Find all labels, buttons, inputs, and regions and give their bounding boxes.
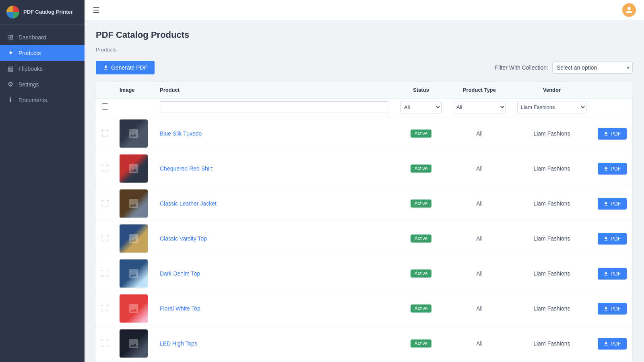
col-header-image: Image — [114, 82, 154, 98]
download-icon — [603, 306, 609, 311]
row-check-cell — [96, 221, 114, 256]
row-pdf-button[interactable]: PDF — [598, 233, 627, 245]
table-row: Chequered Red Shirt Active All Liam Fash… — [96, 151, 632, 186]
filter-group: Filter With Collection: Select an option — [495, 62, 633, 74]
app-name: PDF Catalog Printer — [23, 9, 73, 16]
table-row: Dark Denim Top Active All Liam Fashions … — [96, 256, 632, 291]
row-action-cell: PDF — [592, 116, 632, 151]
row-type-cell: All — [447, 221, 512, 256]
product-thumbnail — [120, 224, 148, 253]
row-checkbox-6[interactable] — [102, 340, 108, 346]
page-title: PDF Catalog Products — [96, 30, 633, 40]
row-vendor-cell: Liam Fashions — [512, 186, 592, 221]
filter-vendor-cell: Liam Fashions — [512, 98, 592, 116]
row-pdf-button[interactable]: PDF — [598, 128, 627, 140]
products-table-container: Image Product Status Product Type Vendor — [96, 82, 633, 362]
product-thumbnail — [120, 189, 148, 218]
collection-filter-wrapper: Select an option — [552, 62, 633, 74]
row-product-name: LED High Tops — [154, 326, 395, 361]
product-thumbnail — [120, 329, 148, 358]
row-checkbox-3[interactable] — [102, 235, 108, 241]
col-header-vendor: Vendor — [512, 82, 592, 98]
settings-icon: ⚙ — [6, 80, 14, 88]
table-row: Classic Leather Jacket Active All Liam F… — [96, 186, 632, 221]
documents-icon: ℹ — [6, 96, 14, 104]
row-action-cell: PDF — [592, 221, 632, 256]
row-type-cell: All — [447, 151, 512, 186]
toolbar: Generate PDF Filter With Collection: Sel… — [96, 61, 633, 74]
sidebar-item-products[interactable]: ✦ Products — [0, 45, 85, 61]
row-image-cell — [114, 151, 154, 186]
status-badge: Active — [411, 200, 432, 208]
product-thumbnail — [120, 154, 148, 183]
row-action-cell: PDF — [592, 256, 632, 291]
col-header-type: Product Type — [447, 82, 512, 98]
row-check-cell — [96, 291, 114, 326]
row-check-cell — [96, 186, 114, 221]
vendor-filter-select[interactable]: Liam Fashions — [517, 101, 586, 113]
sidebar-item-label: Dashboard — [19, 34, 46, 41]
row-checkbox-0[interactable] — [102, 130, 108, 136]
products-table: Image Product Status Product Type Vendor — [96, 82, 632, 362]
row-pdf-button[interactable]: PDF — [598, 338, 627, 350]
sidebar-item-label: Documents — [19, 97, 47, 103]
row-image-cell — [114, 186, 154, 221]
row-status-cell: Active — [395, 256, 447, 291]
row-checkbox-4[interactable] — [102, 270, 108, 276]
filter-type-cell: All — [447, 98, 512, 116]
topbar-right — [622, 3, 636, 17]
row-vendor-cell: Liam Fashions — [512, 291, 592, 326]
sidebar-item-dashboard[interactable]: ⊞ Dashboard — [0, 29, 85, 45]
row-status-cell: Active — [395, 326, 447, 361]
row-pdf-button[interactable]: PDF — [598, 303, 627, 315]
col-header-check — [96, 82, 114, 98]
select-all-checkbox[interactable] — [102, 103, 108, 110]
sidebar-item-settings[interactable]: ⚙ Settings — [0, 76, 85, 92]
filter-image-cell — [114, 98, 154, 116]
main-area: ☰ PDF Catalog Products Products Generate… — [85, 0, 644, 362]
row-product-name: Classic Varsity Top — [154, 221, 395, 256]
row-pdf-button[interactable]: PDF — [598, 268, 627, 280]
row-action-cell: PDF — [592, 186, 632, 221]
row-type-cell: All — [447, 291, 512, 326]
hamburger-menu-icon[interactable]: ☰ — [93, 5, 100, 15]
collection-filter-select[interactable]: Select an option — [552, 62, 633, 74]
col-header-product: Product — [154, 82, 395, 98]
row-pdf-button[interactable]: PDF — [598, 198, 627, 210]
row-checkbox-2[interactable] — [102, 200, 108, 206]
type-filter-select[interactable]: All — [453, 101, 506, 113]
product-thumbnail — [120, 259, 148, 288]
status-badge: Active — [411, 269, 432, 278]
product-thumbnail — [120, 119, 148, 148]
flipbooks-icon: ▤ — [6, 65, 14, 72]
status-badge: Active — [411, 130, 432, 138]
row-status-cell: Active — [395, 291, 447, 326]
filter-status-cell: All — [395, 98, 447, 116]
status-badge: Active — [411, 234, 432, 243]
row-vendor-cell: Liam Fashions — [512, 326, 592, 361]
sidebar-item-flipbooks[interactable]: ▤ Flipbooks — [0, 61, 85, 76]
breadcrumb: Products — [96, 47, 633, 53]
sidebar-item-documents[interactable]: ℹ Documents — [0, 92, 85, 108]
products-icon: ✦ — [6, 49, 14, 57]
filter-row: All All Liam Fashions — [96, 98, 632, 116]
product-filter-input[interactable] — [160, 101, 389, 113]
row-image-cell — [114, 221, 154, 256]
row-check-cell — [96, 151, 114, 186]
row-checkbox-5[interactable] — [102, 305, 108, 311]
sidebar-item-label: Settings — [19, 81, 39, 88]
avatar — [622, 3, 636, 17]
row-checkbox-1[interactable] — [102, 165, 108, 171]
sidebar-nav: ⊞ Dashboard ✦ Products ▤ Flipbooks ⚙ Set… — [0, 25, 85, 362]
download-icon — [603, 341, 609, 346]
row-action-cell: PDF — [592, 151, 632, 186]
filter-label: Filter With Collection: — [495, 64, 548, 71]
product-thumbnail — [120, 294, 148, 323]
row-pdf-button[interactable]: PDF — [598, 163, 627, 175]
row-vendor-cell: Liam Fashions — [512, 151, 592, 186]
status-filter-select[interactable]: All — [400, 101, 442, 113]
filter-action-cell — [592, 98, 632, 116]
generate-pdf-button[interactable]: Generate PDF — [96, 61, 155, 74]
row-status-cell: Active — [395, 221, 447, 256]
status-badge: Active — [411, 165, 432, 173]
